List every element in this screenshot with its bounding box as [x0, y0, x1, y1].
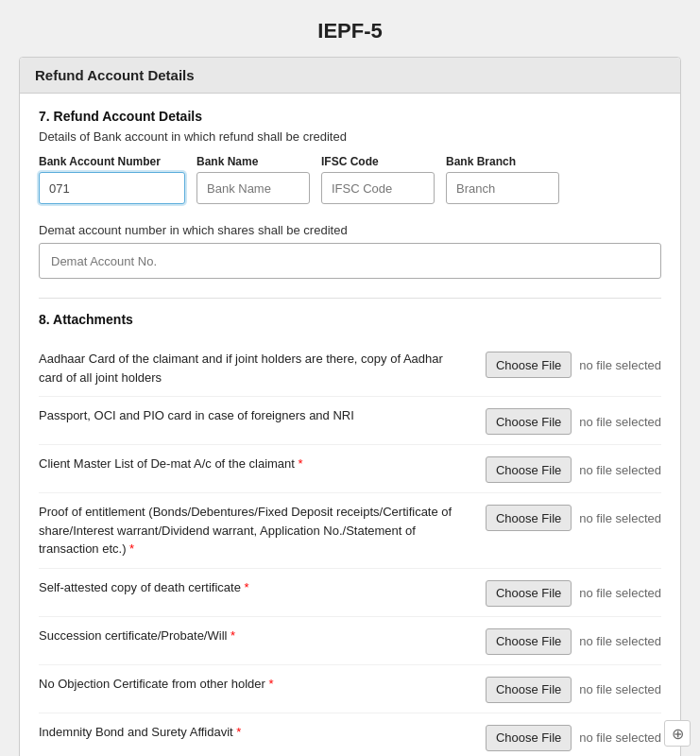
- choose-file-btn-proof-entitlement[interactable]: Choose File: [486, 505, 572, 531]
- section7-subtitle: Details of Bank account in which refund …: [39, 129, 661, 144]
- bank-account-label: Bank Account Number: [39, 155, 185, 168]
- attachment-control-indemnity-bond: Choose Fileno file selected: [486, 723, 661, 751]
- page-title: IEPF-5: [9, 9, 691, 57]
- main-card: Refund Account Details 7. Refund Account…: [19, 57, 681, 756]
- choose-file-btn-no-objection[interactable]: Choose File: [486, 677, 572, 703]
- bank-name-input[interactable]: [196, 172, 310, 204]
- choose-file-btn-aadhaar[interactable]: Choose File: [486, 352, 572, 378]
- ifsc-input[interactable]: [321, 172, 435, 204]
- attachment-label-proof-entitlement: Proof of entitlement (Bonds/Debentures/F…: [39, 503, 486, 558]
- branch-group: Bank Branch: [446, 155, 559, 204]
- no-file-text-passport: no file selected: [579, 415, 661, 429]
- divider: [39, 298, 661, 299]
- section8-title: 8. Attachments: [39, 312, 661, 327]
- attachment-row: Client Master List of De-mat A/c of the …: [39, 445, 661, 493]
- zoom-button[interactable]: ⊕: [664, 720, 691, 747]
- choose-file-btn-death-certificate[interactable]: Choose File: [486, 580, 572, 607]
- attachment-label-succession-certificate: Succession certificate/Probate/Will *: [39, 627, 486, 645]
- attachments-container: Aadhaar Card of the claimant and if join…: [39, 340, 661, 756]
- choose-file-btn-passport[interactable]: Choose File: [486, 408, 572, 435]
- attachment-control-passport: Choose Fileno file selected: [486, 406, 661, 435]
- page-wrapper: IEPF-5 Refund Account Details 7. Refund …: [9, 9, 691, 756]
- attachment-row: Indemnity Bond and Surety Affidavit *Cho…: [39, 713, 661, 757]
- required-asterisk: *: [299, 456, 303, 471]
- no-file-text-proof-entitlement: no file selected: [579, 511, 661, 525]
- attachment-row: Succession certificate/Probate/Will *Cho…: [39, 617, 661, 665]
- card-body: 7. Refund Account Details Details of Ban…: [20, 94, 680, 756]
- required-asterisk: *: [245, 580, 249, 594]
- no-file-text-client-master: no file selected: [579, 463, 661, 477]
- no-file-text-no-objection: no file selected: [579, 682, 661, 696]
- choose-file-btn-indemnity-bond[interactable]: Choose File: [486, 725, 572, 751]
- required-asterisk: *: [230, 628, 235, 643]
- no-file-text-indemnity-bond: no file selected: [579, 730, 661, 745]
- attachment-label-no-objection: No Objection Certificate from other hold…: [39, 675, 486, 694]
- bank-account-input[interactable]: [39, 172, 185, 204]
- required-asterisk: *: [236, 725, 241, 739]
- attachment-row: Self-attested copy of death certificate …: [39, 569, 661, 617]
- demat-label: Demat account number in which shares sha…: [39, 223, 661, 237]
- choose-file-btn-client-master[interactable]: Choose File: [486, 456, 572, 483]
- required-asterisk: *: [129, 541, 134, 556]
- attachment-row: Aadhaar Card of the claimant and if join…: [39, 340, 661, 397]
- demat-input[interactable]: [39, 243, 661, 279]
- attachment-label-death-certificate: Self-attested copy of death certificate …: [39, 578, 486, 597]
- ifsc-label: IFSC Code: [321, 155, 435, 168]
- branch-input[interactable]: [446, 172, 559, 204]
- bank-fields-row: Bank Account Number Bank Name IFSC Code …: [39, 155, 661, 204]
- bank-name-label: Bank Name: [196, 155, 310, 168]
- attachment-label-aadhaar: Aadhaar Card of the claimant and if join…: [39, 350, 486, 387]
- section7-title: 7. Refund Account Details: [39, 109, 661, 124]
- attachment-label-passport: Passport, OCI and PIO card in case of fo…: [39, 406, 486, 425]
- attachment-row: No Objection Certificate from other hold…: [39, 665, 661, 713]
- no-file-text-succession-certificate: no file selected: [579, 634, 661, 648]
- bank-account-group: Bank Account Number: [39, 155, 185, 204]
- ifsc-group: IFSC Code: [321, 155, 435, 204]
- choose-file-btn-succession-certificate[interactable]: Choose File: [486, 628, 572, 655]
- no-file-text-death-certificate: no file selected: [579, 586, 661, 600]
- attachment-label-client-master: Client Master List of De-mat A/c of the …: [39, 455, 486, 473]
- attachment-control-death-certificate: Choose Fileno file selected: [486, 578, 661, 607]
- branch-label: Bank Branch: [446, 155, 559, 168]
- attachment-label-indemnity-bond: Indemnity Bond and Surety Affidavit *: [39, 723, 486, 742]
- attachment-row: Proof of entitlement (Bonds/Debentures/F…: [39, 493, 661, 569]
- no-file-text-aadhaar: no file selected: [579, 358, 661, 372]
- card-header: Refund Account Details: [20, 58, 680, 94]
- attachment-control-no-objection: Choose Fileno file selected: [486, 675, 661, 703]
- attachment-row: Passport, OCI and PIO card in case of fo…: [39, 397, 661, 445]
- bank-name-group: Bank Name: [196, 155, 310, 204]
- required-asterisk: *: [269, 677, 274, 691]
- attachment-control-proof-entitlement: Choose Fileno file selected: [486, 503, 661, 531]
- attachment-control-aadhaar: Choose Fileno file selected: [486, 350, 661, 378]
- attachment-control-client-master: Choose Fileno file selected: [486, 455, 661, 483]
- attachment-control-succession-certificate: Choose Fileno file selected: [486, 627, 661, 655]
- demat-section: Demat account number in which shares sha…: [39, 223, 661, 279]
